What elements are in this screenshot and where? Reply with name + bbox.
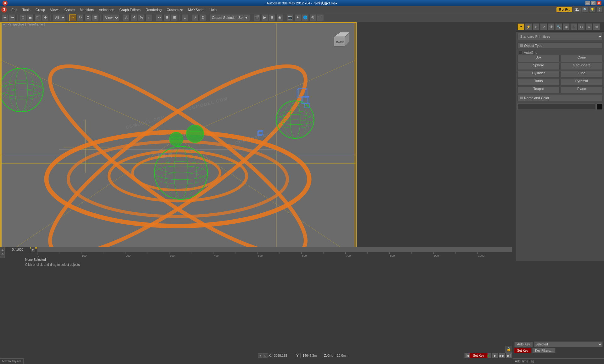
- box-button[interactable]: Box: [517, 55, 560, 62]
- select-object-button[interactable]: ◻: [19, 14, 26, 21]
- quick-render-button[interactable]: ▶: [261, 14, 268, 21]
- scale-button[interactable]: ⊡: [84, 14, 91, 21]
- more-tools-button[interactable]: ⋯: [317, 14, 324, 21]
- extra-icon-5[interactable]: ⊕: [593, 23, 600, 30]
- menu-create[interactable]: Create: [62, 7, 77, 12]
- menu-edit[interactable]: Edit: [9, 7, 20, 12]
- angle-snap-button[interactable]: ∢: [130, 14, 137, 21]
- rotate-button[interactable]: ↻: [77, 14, 84, 21]
- autogrid-checkbox[interactable]: [519, 51, 522, 54]
- autogrid-row: AutoGrid: [516, 50, 604, 55]
- pyramid-button[interactable]: Pyramid: [561, 79, 603, 86]
- sep-7: [179, 14, 180, 21]
- render-last-button[interactable]: 📷: [287, 14, 294, 21]
- cylinder-button[interactable]: Cylinder: [517, 71, 560, 78]
- plane-button[interactable]: Plane: [561, 87, 603, 93]
- hierarchy-tab[interactable]: ⊛: [533, 23, 539, 30]
- snap-toggle-button[interactable]: △: [123, 14, 130, 21]
- next-frame-end-button[interactable]: ▶|: [506, 353, 512, 358]
- extra-icon-2[interactable]: ⊞: [570, 23, 577, 30]
- environment-button[interactable]: 🌐: [302, 14, 309, 21]
- menu-help[interactable]: Help: [207, 7, 219, 12]
- selected-dropdown[interactable]: Selected: [534, 341, 603, 347]
- display-tab[interactable]: 👁: [548, 23, 555, 30]
- select-by-name-button[interactable]: ☰: [27, 14, 34, 21]
- y-coord-input[interactable]: [300, 353, 323, 358]
- torus-button[interactable]: Torus: [517, 79, 560, 86]
- effects-button[interactable]: ✦: [294, 14, 301, 21]
- view-dropdown[interactable]: View: [102, 14, 119, 21]
- svg-point-38: [186, 125, 204, 143]
- lightbulb-icon[interactable]: 💡: [589, 7, 596, 13]
- next-key-button[interactable]: ▶▶: [499, 353, 505, 358]
- active-shade-button[interactable]: ◉: [276, 14, 283, 21]
- coord-mode-icon[interactable]: ◻: [263, 353, 268, 358]
- extra-icon-3[interactable]: ⊟: [578, 23, 585, 30]
- move-keys-icon[interactable]: ⊕: [1, 249, 4, 252]
- spinner-snap-button[interactable]: ↕: [145, 14, 152, 21]
- extra-icon-1[interactable]: ◉: [563, 23, 570, 30]
- menu-animation[interactable]: Animation: [96, 7, 117, 12]
- teapot-button[interactable]: Teapot: [517, 87, 560, 93]
- x-coord-input[interactable]: [273, 353, 295, 358]
- close-button[interactable]: ✕: [596, 1, 601, 5]
- app-icon: 3: [1, 7, 7, 13]
- main-viewport[interactable]: CGMODEL.COM CGMODEL.COM CGMODEL.COM 模型网 …: [0, 22, 357, 249]
- maximize-button[interactable]: □: [591, 1, 596, 5]
- menu-rendering[interactable]: Rendering: [143, 7, 164, 12]
- lock-button[interactable]: 🔒: [505, 346, 512, 353]
- menu-views[interactable]: Views: [48, 7, 62, 12]
- layer-manager-button[interactable]: ≡: [181, 14, 188, 21]
- redo-button[interactable]: ↪: [9, 14, 16, 21]
- create-tab[interactable]: ✦: [517, 23, 524, 30]
- align-button[interactable]: ⊞: [163, 14, 170, 21]
- undo-button[interactable]: ↩: [1, 14, 8, 21]
- timeline-scrubber[interactable]: [37, 247, 512, 252]
- cone-button[interactable]: Cone: [561, 55, 603, 62]
- align-view-button[interactable]: ⊟: [171, 14, 178, 21]
- add-time-tag-button[interactable]: Add Time Tag: [513, 358, 604, 364]
- primitives-dropdown[interactable]: Standard Primitives: [517, 33, 603, 40]
- mirror-button[interactable]: ⇔: [156, 14, 163, 21]
- geosphere-button[interactable]: GeoSphere: [561, 63, 603, 70]
- modify-tab[interactable]: ⚡: [525, 23, 532, 30]
- filter-dropdown[interactable]: All: [52, 14, 66, 21]
- next-frame-button[interactable]: ▶: [492, 353, 498, 358]
- help-icon[interactable]: ?: [596, 7, 603, 13]
- search-icon[interactable]: 🔍: [582, 7, 588, 13]
- menu-maxscript[interactable]: MAXScript: [186, 7, 207, 12]
- menu-group[interactable]: Group: [33, 7, 48, 12]
- tube-button[interactable]: Tube: [561, 71, 603, 78]
- coord-toggle-icon[interactable]: ⊕: [258, 353, 262, 358]
- reference-coord-button[interactable]: ◫: [92, 14, 99, 21]
- auto-key-button[interactable]: Auto Key: [514, 342, 533, 347]
- utilities-tab[interactable]: 🔧: [555, 23, 562, 30]
- percent-snap-button[interactable]: %: [138, 14, 145, 21]
- create-selection-set-button[interactable]: Create Selection Set ▼: [210, 14, 250, 21]
- render-setup-button[interactable]: 🎬: [254, 14, 261, 21]
- menu-customize[interactable]: Customize: [164, 7, 186, 12]
- view-cube[interactable]: BACK: [329, 27, 351, 49]
- set-key-panel-button[interactable]: Set Key: [514, 348, 531, 353]
- svg-text:100: 100: [82, 254, 87, 257]
- menu-modifiers[interactable]: Modifiers: [77, 7, 96, 12]
- curve-editor-button[interactable]: ↗: [192, 14, 199, 21]
- nav-next-button[interactable]: ▶: [31, 247, 35, 252]
- menu-tools[interactable]: Tools: [20, 7, 33, 12]
- select-move-button[interactable]: ⊹: [69, 14, 76, 21]
- extra-icon-4[interactable]: ≋: [585, 23, 592, 30]
- menu-graph-editors[interactable]: Graph Editors: [117, 7, 143, 12]
- color-swatch[interactable]: [596, 104, 603, 110]
- window-cross-button[interactable]: ⊕: [42, 14, 49, 21]
- schematic-view-button[interactable]: ⊛: [199, 14, 206, 21]
- key-filters-button[interactable]: Key Filters...: [532, 348, 556, 353]
- time-config-icon[interactable]: ⚙: [1, 253, 4, 256]
- material-editor-button[interactable]: ◎: [309, 14, 316, 21]
- motion-tab[interactable]: ↗: [540, 23, 547, 30]
- name-input-field[interactable]: [517, 104, 595, 110]
- select-region-button[interactable]: ⬚: [34, 14, 41, 21]
- render-frame-button[interactable]: ⊞: [269, 14, 276, 21]
- sphere-button[interactable]: Sphere: [517, 63, 560, 70]
- minimize-button[interactable]: —: [585, 1, 590, 5]
- set-key-button[interactable]: Set Key: [470, 353, 488, 358]
